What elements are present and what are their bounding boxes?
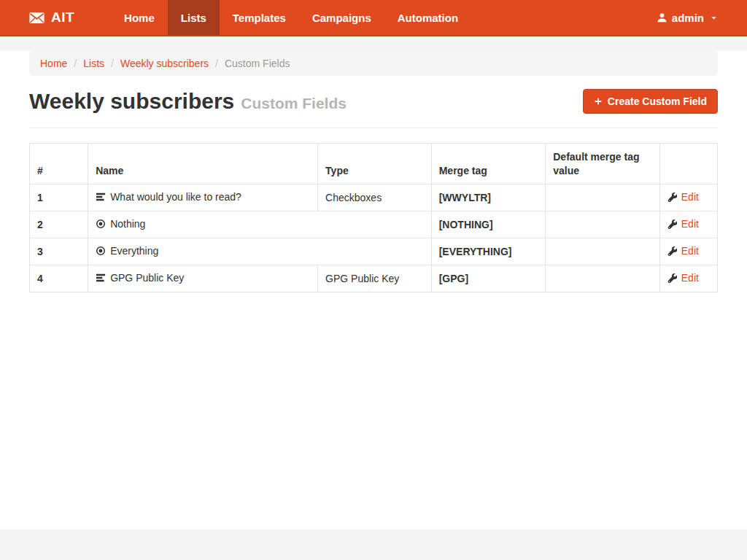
table-row: 3 Everything [EVERYTHING] Edit: [30, 238, 718, 265]
default-value-cell: [546, 238, 660, 265]
edit-link[interactable]: Edit: [667, 218, 699, 230]
edit-label: Edit: [681, 218, 699, 230]
merge-tag-cell: [NOTHING]: [431, 211, 546, 238]
column-header-merge-tag: Merge tag: [431, 144, 546, 184]
row-number: 3: [30, 238, 88, 265]
field-name-cell: Nothing: [88, 211, 432, 238]
edit-link[interactable]: Edit: [667, 245, 699, 257]
merge-tag-cell: [EVERYTHING]: [431, 238, 546, 265]
dot-circle-icon: [96, 219, 106, 229]
wrench-icon: [667, 192, 677, 202]
table-row: 4 GPG Public Key GPG Public Key [GPG] Ed…: [30, 265, 718, 292]
nav-item-home[interactable]: Home: [111, 0, 168, 35]
main-nav: Home Lists Templates Campaigns Automatio…: [111, 0, 471, 35]
merge-tag-cell: [WWYLTR]: [431, 184, 546, 211]
column-header-actions: [659, 144, 717, 184]
page-title: Weekly subscribers: [29, 88, 234, 114]
brand-logo[interactable]: AIT: [0, 0, 74, 35]
top-navbar: AIT Home Lists Templates Campaigns Autom…: [0, 0, 747, 36]
plus-icon: [594, 97, 603, 106]
create-button-label: Create Custom Field: [608, 96, 707, 107]
user-name: admin: [672, 12, 704, 24]
default-value-cell: [546, 211, 660, 238]
nav-label: Campaigns: [312, 12, 371, 24]
page-subtitle: Custom Fields: [241, 95, 347, 112]
user-icon: [657, 12, 667, 23]
dot-circle-icon: [96, 246, 106, 256]
nav-item-campaigns[interactable]: Campaigns: [299, 0, 384, 35]
wrench-icon: [667, 246, 677, 256]
field-name-cell: What would you like to read?: [88, 184, 318, 211]
default-value-cell: [546, 265, 660, 292]
wrench-icon: [667, 273, 677, 283]
breadcrumb-separator: /: [74, 58, 77, 69]
column-header-type: Type: [318, 144, 432, 184]
nav-item-automation[interactable]: Automation: [384, 0, 471, 35]
action-cell: Edit: [659, 184, 717, 211]
field-name: Nothing: [110, 218, 145, 230]
caret-down-icon: [710, 14, 718, 22]
content-area: Home / Lists / Weekly subscribers / Cust…: [0, 51, 747, 529]
table-row: 2 Nothing [NOTHING] Edit: [30, 211, 718, 238]
field-name-cell: GPG Public Key: [88, 265, 318, 292]
field-type-cell: Checkboxes: [318, 184, 432, 211]
row-number: 4: [30, 265, 88, 292]
row-number: 1: [30, 184, 88, 211]
column-header-name: Name: [88, 144, 318, 184]
field-type-cell: GPG Public Key: [318, 265, 432, 292]
row-number: 2: [30, 211, 88, 238]
user-menu[interactable]: admin: [657, 0, 747, 35]
edit-label: Edit: [681, 272, 699, 284]
field-name: What would you like to read?: [110, 191, 241, 203]
action-cell: Edit: [659, 238, 717, 265]
column-header-default-value: Default merge tag value: [546, 144, 660, 184]
header-divider: [29, 128, 718, 128]
table-header-row: # Name Type Merge tag Default merge tag …: [30, 144, 718, 184]
tasks-icon: [96, 192, 106, 202]
column-header-number: #: [30, 144, 88, 184]
create-custom-field-button[interactable]: Create Custom Field: [583, 89, 718, 114]
table-row: 1 What would you like to read? Checkboxe…: [30, 184, 718, 211]
page-header: Weekly subscribers Custom Fields Create …: [29, 88, 718, 114]
custom-fields-table: # Name Type Merge tag Default merge tag …: [29, 143, 718, 292]
envelope-icon: [29, 10, 44, 26]
nav-item-lists[interactable]: Lists: [168, 0, 220, 35]
edit-label: Edit: [681, 191, 699, 203]
breadcrumb-lists[interactable]: Lists: [83, 58, 104, 69]
breadcrumb-weekly-subscribers[interactable]: Weekly subscribers: [120, 58, 209, 69]
default-value-cell: [546, 184, 660, 211]
edit-link[interactable]: Edit: [667, 272, 699, 284]
brand-text: AIT: [51, 9, 74, 26]
breadcrumb-home[interactable]: Home: [40, 58, 67, 69]
merge-tag-cell: [GPG]: [431, 265, 546, 292]
field-name-cell: Everything: [88, 238, 432, 265]
wrench-icon: [667, 219, 677, 229]
table-body: 1 What would you like to read? Checkboxe…: [30, 184, 718, 292]
field-name: GPG Public Key: [110, 272, 184, 284]
nav-label: Home: [124, 12, 155, 24]
tasks-icon: [96, 273, 106, 283]
nav-label: Templates: [233, 12, 286, 24]
action-cell: Edit: [659, 265, 717, 292]
action-cell: Edit: [659, 211, 717, 238]
nav-label: Lists: [181, 12, 206, 24]
breadcrumb: Home / Lists / Weekly subscribers / Cust…: [29, 51, 718, 76]
nav-item-templates[interactable]: Templates: [220, 0, 299, 35]
field-name: Everything: [110, 245, 158, 257]
breadcrumb-separator: /: [111, 58, 114, 69]
nav-label: Automation: [398, 12, 458, 24]
edit-label: Edit: [681, 245, 699, 257]
breadcrumb-current: Custom Fields: [225, 58, 290, 69]
breadcrumb-separator: /: [215, 58, 218, 69]
edit-link[interactable]: Edit: [667, 191, 699, 203]
